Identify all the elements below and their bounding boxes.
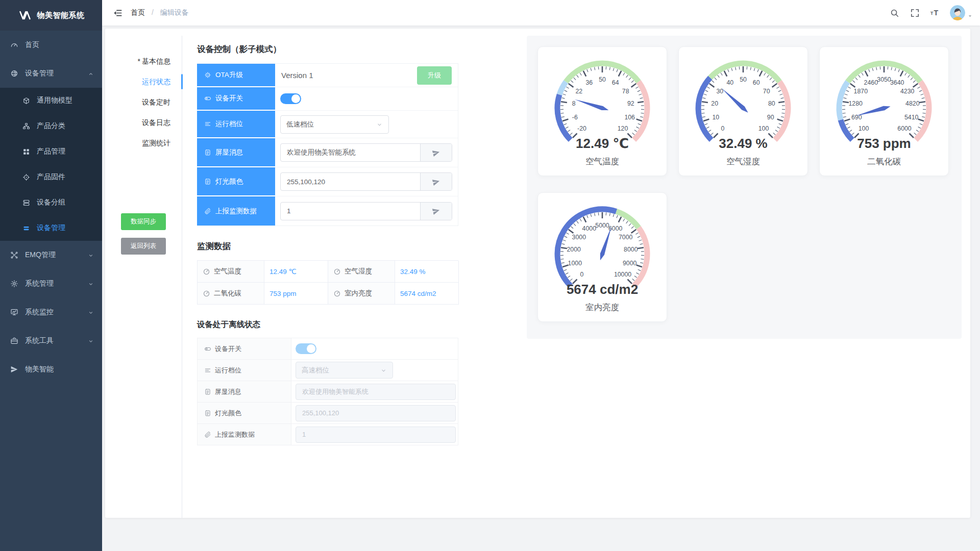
power-toggle[interactable] bbox=[280, 93, 301, 104]
svg-text:3050: 3050 bbox=[877, 76, 891, 83]
back-to-list-button[interactable]: 返回列表 bbox=[121, 238, 166, 255]
sidebar-item-home[interactable]: 首页 bbox=[0, 31, 102, 59]
control-label-ota: OTA升级 bbox=[197, 64, 275, 87]
control-label-text: 灯光颜色 bbox=[215, 177, 243, 186]
clip-icon bbox=[204, 431, 211, 438]
gauge-title: 空气温度 bbox=[585, 157, 619, 166]
offline-label-power: 设备开关 bbox=[198, 338, 291, 359]
control-row-report-data: 上报监测数据 bbox=[197, 196, 458, 226]
levels-icon bbox=[204, 367, 211, 374]
app-logo[interactable]: 物美智能系统 bbox=[0, 0, 102, 31]
sidebar-item-device-list[interactable]: 设备管理 bbox=[0, 215, 102, 241]
control-label-report-data: 上报监测数据 bbox=[197, 196, 275, 226]
gauge-title: 空气湿度 bbox=[726, 157, 760, 166]
sidebar-item-system-mgmt[interactable]: 系统管理 bbox=[0, 269, 102, 298]
control-value-screen-msg bbox=[275, 138, 458, 167]
svg-text:6000: 6000 bbox=[608, 225, 623, 232]
switchic-icon bbox=[204, 95, 211, 102]
light-color-input[interactable] bbox=[281, 173, 420, 190]
sidebar-item-product-mgmt[interactable]: 产品管理 bbox=[0, 139, 102, 164]
offline-table: 设备开关 运行档位 高速档位 屏显消息 欢迎使用物美智能系统 灯光颜色 255,… bbox=[197, 338, 458, 445]
tab-label: 设备日志 bbox=[142, 118, 170, 127]
font-size-button[interactable]: TT bbox=[926, 4, 944, 21]
send-icon bbox=[432, 148, 440, 157]
report-data-input-group bbox=[280, 202, 452, 220]
firmware-icon bbox=[22, 173, 30, 181]
power-toggle-disabled bbox=[296, 343, 316, 354]
iot-icon bbox=[10, 69, 18, 78]
chevron-down-icon bbox=[376, 121, 383, 128]
tab-basic-info[interactable]: *基本信息 bbox=[105, 51, 182, 71]
sidebar-item-thing-model[interactable]: 通用物模型 bbox=[0, 88, 102, 113]
toolbox-icon bbox=[10, 337, 18, 345]
sidebar-item-emq[interactable]: EMQ管理 bbox=[0, 241, 102, 269]
screen-msg-send-button[interactable] bbox=[420, 144, 452, 161]
svg-text:2460: 2460 bbox=[864, 79, 878, 86]
sidebar-item-label: 设备管理 bbox=[25, 69, 88, 78]
svg-text:60: 60 bbox=[753, 79, 760, 86]
svg-text:100: 100 bbox=[859, 125, 869, 132]
control-label-text: 运行档位 bbox=[215, 119, 243, 129]
sidebar-item-system-tools[interactable]: 系统工具 bbox=[0, 327, 102, 355]
sidebar-item-system-monitor[interactable]: 系统监控 bbox=[0, 298, 102, 327]
sidebar-menu: 首页设备管理通用物模型产品分类产品管理产品固件设备分组设备管理EMQ管理系统管理… bbox=[0, 31, 102, 551]
control-table: OTA升级 Version 1 升级设备开关 运行档位 低速档位 屏显消息 bbox=[197, 63, 458, 226]
svg-text:5000: 5000 bbox=[595, 222, 609, 229]
svg-text:10000: 10000 bbox=[614, 271, 631, 278]
control-value-ota: Version 1 升级 bbox=[275, 64, 458, 87]
tab-monitor-stat[interactable]: 监测统计 bbox=[105, 133, 182, 153]
sidebar-item-device-group[interactable]: 设备分组 bbox=[0, 190, 102, 215]
dashboard-icon bbox=[10, 41, 18, 49]
svg-text:3640: 3640 bbox=[890, 79, 904, 86]
sidebar-item-product-firmware[interactable]: 产品固件 bbox=[0, 164, 102, 190]
sidebar-item-label: 物美智能 bbox=[25, 365, 94, 374]
switchic-icon bbox=[204, 345, 211, 353]
search-button[interactable] bbox=[886, 4, 903, 21]
tab-device-timer[interactable]: 设备定时 bbox=[105, 92, 182, 112]
user-menu[interactable] bbox=[950, 5, 973, 20]
report-data-send-button[interactable] bbox=[420, 203, 452, 220]
chevron-down-icon bbox=[88, 338, 94, 344]
monitor-label: 空气湿度 bbox=[328, 261, 395, 283]
svg-text:120: 120 bbox=[618, 125, 628, 132]
sidebar-item-wumei-smart[interactable]: 物美智能 bbox=[0, 355, 102, 384]
sidebar-item-product-category[interactable]: 产品分类 bbox=[0, 113, 102, 139]
tab-device-log[interactable]: 设备日志 bbox=[105, 112, 182, 133]
gauge-needle bbox=[722, 88, 748, 113]
odometer-icon bbox=[203, 290, 210, 297]
control-label-screen-msg: 屏显消息 bbox=[197, 138, 275, 167]
gauge-card-4: 0100020003000400050006000700080009000100… bbox=[537, 192, 667, 322]
search-icon bbox=[890, 8, 899, 18]
svg-text:78: 78 bbox=[622, 88, 629, 95]
svg-text:40: 40 bbox=[726, 79, 733, 86]
upgrade-button[interactable]: 升级 bbox=[417, 66, 452, 85]
sidebar-item-device-mgmt[interactable]: 设备管理 bbox=[0, 59, 102, 88]
data-sync-button[interactable]: 数据同步 bbox=[121, 213, 166, 230]
light-color-send-button[interactable] bbox=[420, 173, 452, 190]
breadcrumb-home[interactable]: 首页 bbox=[131, 8, 145, 16]
control-row-power: 设备开关 bbox=[197, 87, 458, 111]
svg-text:100: 100 bbox=[758, 125, 769, 132]
control-row-gear-level: 运行档位 低速档位 bbox=[197, 111, 458, 138]
svg-text:T: T bbox=[934, 9, 939, 17]
fullscreen-button[interactable] bbox=[906, 4, 923, 21]
grid-icon bbox=[22, 148, 30, 156]
svg-text:92: 92 bbox=[627, 100, 634, 107]
cube-icon bbox=[22, 97, 30, 105]
svg-text:106: 106 bbox=[624, 114, 635, 121]
gauge-card-1: -20-6822365064789210612012.49 ℃空气温度 bbox=[537, 46, 667, 176]
offline-label-report-data: 上报监测数据 bbox=[198, 424, 291, 445]
sidebar-item-label: 系统工具 bbox=[25, 336, 88, 345]
collapse-sidebar-button[interactable] bbox=[108, 4, 127, 22]
control-section-title: 设备控制（影子模式） bbox=[197, 44, 458, 55]
gear-level-select[interactable]: 低速档位 bbox=[280, 115, 389, 134]
odometer-icon bbox=[333, 290, 341, 297]
svg-text:T: T bbox=[930, 11, 934, 16]
screen-msg-input[interactable] bbox=[281, 144, 420, 161]
monitor-label: 二氧化碳 bbox=[198, 283, 264, 305]
avatar[interactable] bbox=[950, 5, 965, 20]
tab-run-status[interactable]: 运行状态 bbox=[105, 71, 182, 92]
fullscreen-icon bbox=[910, 8, 920, 18]
monitor-label: 室内亮度 bbox=[328, 283, 395, 305]
report-data-input[interactable] bbox=[281, 203, 420, 220]
